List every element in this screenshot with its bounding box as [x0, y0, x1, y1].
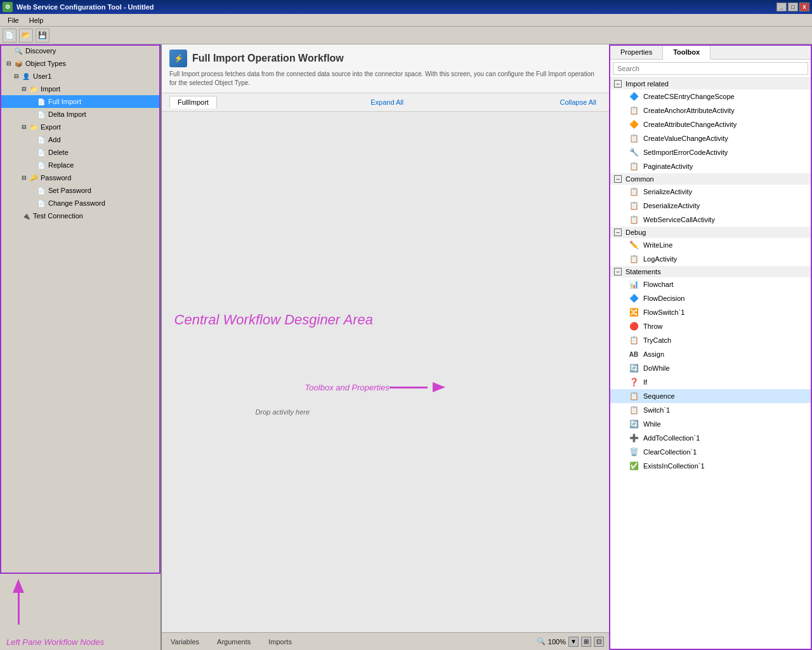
- item-label-sequence: Sequence: [643, 392, 675, 400]
- category-debug: – Debug ✏️ WriteLine 📋 LogActivity: [610, 227, 811, 266]
- tree-item-set-password[interactable]: 📄 Set Password: [0, 184, 160, 197]
- tree-item-full-import[interactable]: 📄 Full Import: [0, 95, 160, 108]
- item-flowchart[interactable]: 📊 Flowchart: [610, 277, 811, 291]
- tree-item-user1[interactable]: ⊟ 👤 User1: [0, 70, 160, 83]
- category-import-related-label: Import related: [625, 80, 669, 88]
- assign-icon: AB: [628, 348, 639, 360]
- wf-tab-fullimport[interactable]: FullImport: [169, 96, 217, 109]
- item-label-while: While: [643, 420, 661, 428]
- item-existsincollection[interactable]: ✅ ExistsInCollection`1: [610, 459, 811, 473]
- footer-tab-arguments[interactable]: Arguments: [213, 637, 254, 647]
- item-dowhile[interactable]: 🔄 DoWhile: [610, 361, 811, 375]
- maximize-button[interactable]: □: [788, 3, 798, 11]
- tree-item-password[interactable]: ⊟ 🔑 Password: [0, 171, 160, 184]
- zoom-dropdown-btn[interactable]: ▼: [568, 637, 579, 647]
- item-throw[interactable]: 🔴 Throw: [610, 319, 811, 333]
- zoom-overview-btn[interactable]: ⊡: [594, 637, 604, 647]
- category-import-related-header[interactable]: – Import related: [610, 78, 811, 90]
- expand-icon-tc: [13, 212, 20, 220]
- tree-label-add: Add: [48, 136, 61, 143]
- expand-all-link[interactable]: Expand All: [370, 98, 403, 106]
- item-assign[interactable]: AB Assign: [610, 347, 811, 361]
- collapse-import-related-btn[interactable]: –: [614, 80, 622, 88]
- replace-icon: 📄: [36, 160, 46, 170]
- tree-item-import[interactable]: ⊟ 📁 Import: [0, 83, 160, 95]
- item-if[interactable]: ❓ If: [610, 375, 811, 389]
- item-label-flowchart: Flowchart: [643, 281, 674, 288]
- tab-properties[interactable]: Properties: [610, 46, 663, 59]
- close-button[interactable]: X: [799, 3, 809, 11]
- tree-item-object-types[interactable]: ⊟ 📦 Object Types: [0, 57, 160, 70]
- item-trycatch[interactable]: 📋 TryCatch: [610, 333, 811, 347]
- item-set-import-error[interactable]: 🔧 SetImportErrorCodeActivity: [610, 145, 811, 159]
- expand-icon-user[interactable]: ⊟: [13, 72, 20, 80]
- flowswitch-icon: 🔀: [628, 307, 639, 318]
- item-paginate[interactable]: 📋 PaginateActivity: [610, 159, 811, 173]
- category-debug-header[interactable]: – Debug: [610, 227, 811, 238]
- menu-help[interactable]: Help: [24, 15, 49, 25]
- expand-icon: [5, 47, 13, 55]
- collapse-all-link[interactable]: Collapse All: [560, 98, 596, 106]
- zoom-fit-btn[interactable]: ⊞: [581, 637, 591, 647]
- flowdecision-icon: 🔷: [628, 293, 639, 304]
- item-create-anchor[interactable]: 📋 CreateAnchorAttributeActivity: [610, 103, 811, 117]
- item-create-attribute[interactable]: 🔶 CreateAttributeChangeActivity: [610, 117, 811, 131]
- expand-icon-pwd[interactable]: ⊟: [20, 174, 28, 182]
- save-button[interactable]: 💾: [36, 29, 49, 43]
- tree-item-add[interactable]: 📄 Add: [0, 133, 160, 146]
- toolbar: 📄 📂 💾: [0, 27, 812, 44]
- category-common-header[interactable]: – Common: [610, 173, 811, 185]
- tree-item-test-connection[interactable]: 🔌 Test Connection: [0, 209, 160, 222]
- item-switch[interactable]: 📋 Switch`1: [610, 403, 811, 417]
- tree-label-delete: Delete: [48, 149, 69, 156]
- item-label-throw: Throw: [643, 322, 663, 330]
- category-import-related: – Import related 🔷 CreateCSEntryChangeSc…: [610, 78, 811, 173]
- flowchart-icon: 📊: [628, 279, 639, 290]
- item-create-value[interactable]: 📋 CreateValueChangeActivity: [610, 131, 811, 145]
- item-while[interactable]: 🔄 While: [610, 417, 811, 431]
- create-cs-icon: 🔷: [628, 91, 639, 102]
- create-attr-icon: 🔶: [628, 119, 639, 130]
- tree-item-discovery[interactable]: 🔍 Discovery: [0, 44, 160, 57]
- workflow-title-text: Full Import Operation Workflow: [192, 53, 344, 64]
- open-button[interactable]: 📂: [19, 29, 33, 43]
- category-debug-label: Debug: [625, 229, 646, 236]
- item-webservice-call[interactable]: 📋 WebServiceCallActivity: [610, 213, 811, 227]
- item-deserialize[interactable]: 📋 DeserializeActivity: [610, 199, 811, 213]
- zoom-level: 100%: [548, 638, 566, 646]
- tree-item-export[interactable]: ⊟ 📁 Export: [0, 121, 160, 133]
- search-input[interactable]: [613, 62, 808, 75]
- collapse-statements-btn[interactable]: –: [614, 268, 622, 275]
- collapse-debug-btn[interactable]: –: [614, 229, 622, 236]
- drop-hint: Drop activity here: [256, 408, 310, 416]
- menu-file[interactable]: File: [3, 15, 24, 25]
- item-clearcollection[interactable]: 🗑️ ClearCollection`1: [610, 445, 811, 459]
- designer-area[interactable]: Central Workflow Desginer Area Drop acti…: [162, 112, 609, 632]
- tab-toolbox[interactable]: Toolbox: [663, 46, 710, 60]
- discovery-icon: 🔍: [13, 46, 23, 56]
- tree-item-replace[interactable]: 📄 Replace: [0, 159, 160, 171]
- expand-icon-import[interactable]: ⊟: [20, 85, 28, 93]
- expand-icon-delete: [28, 149, 36, 156]
- new-button[interactable]: 📄: [3, 29, 16, 43]
- collapse-common-btn[interactable]: –: [614, 175, 622, 183]
- tree-item-change-password[interactable]: 📄 Change Password: [0, 197, 160, 209]
- footer-tab-variables[interactable]: Variables: [167, 637, 203, 647]
- tree-item-delta-import[interactable]: 📄 Delta Import: [0, 108, 160, 121]
- item-logactivity[interactable]: 📋 LogActivity: [610, 252, 811, 266]
- tree-item-delete[interactable]: 📄 Delete: [0, 146, 160, 159]
- item-writeline[interactable]: ✏️ WriteLine: [610, 238, 811, 252]
- toolbox-content: – Import related 🔷 CreateCSEntryChangeSc…: [610, 78, 811, 649]
- paginate-icon: 📋: [628, 161, 639, 172]
- item-create-cs-entry[interactable]: 🔷 CreateCSEntryChangeScope: [610, 90, 811, 103]
- item-sequence[interactable]: 📋 Sequence: [610, 389, 811, 403]
- item-flowswitch[interactable]: 🔀 FlowSwitch`1: [610, 305, 811, 319]
- footer-tab-imports[interactable]: Imports: [265, 637, 296, 647]
- category-statements-header[interactable]: – Statements: [610, 266, 811, 277]
- item-addtocollection[interactable]: ➕ AddToCollection`1: [610, 431, 811, 445]
- expand-icon-export[interactable]: ⊟: [20, 123, 28, 131]
- item-flowdecision[interactable]: 🔷 FlowDecision: [610, 291, 811, 305]
- minimize-button[interactable]: _: [776, 3, 787, 11]
- expand-icon-obj[interactable]: ⊟: [5, 60, 13, 67]
- item-serialize[interactable]: 📋 SerializeActivity: [610, 185, 811, 199]
